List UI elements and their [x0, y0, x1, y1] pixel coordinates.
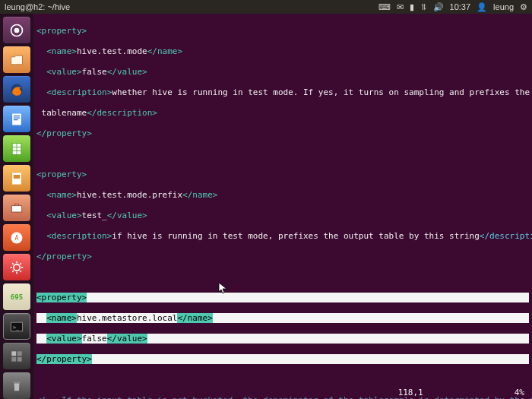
- software-icon[interactable]: [3, 195, 30, 221]
- clock-time[interactable]: 10:37: [450, 2, 471, 11]
- svg-point-1: [14, 27, 20, 33]
- svg-point-14: [14, 264, 20, 270]
- volume-icon[interactable]: 🔊: [433, 2, 444, 12]
- impress-icon[interactable]: [3, 165, 30, 192]
- vim-status-line: 118,1 4%: [33, 386, 532, 399]
- trash-icon[interactable]: [3, 372, 30, 399]
- unity-launcher[interactable]: A 695 >_: [0, 14, 33, 399]
- svg-rect-6: [14, 119, 18, 120]
- mouse-cursor-icon: [218, 282, 227, 294]
- svg-rect-5: [14, 117, 20, 118]
- visual-selection: <property>: [36, 293, 529, 303]
- svg-rect-4: [14, 116, 20, 116]
- svg-text:A: A: [14, 234, 18, 242]
- top-panel[interactable]: leung@h2: ~/hive ⌨ ✉ ▮ ⥮ 🔊 10:37 👤 leung…: [0, 0, 532, 14]
- message-counter-icon[interactable]: 695: [3, 283, 30, 310]
- writer-icon[interactable]: [3, 106, 30, 132]
- user-menu[interactable]: leung: [493, 2, 514, 11]
- svg-rect-20: [17, 356, 22, 361]
- settings-icon[interactable]: [3, 254, 30, 280]
- cursor-position: 118,1: [398, 388, 423, 397]
- calc-icon[interactable]: [3, 135, 30, 162]
- svg-text:>_: >_: [13, 324, 19, 330]
- dash-icon[interactable]: [3, 17, 30, 43]
- software-center-icon[interactable]: A: [3, 224, 30, 251]
- gear-icon[interactable]: ⚙: [520, 2, 527, 12]
- svg-rect-10: [14, 175, 20, 179]
- svg-rect-17: [11, 351, 16, 356]
- mail-icon[interactable]: ✉: [397, 2, 404, 12]
- window-title: leung@h2: ~/hive: [5, 2, 70, 11]
- battery-icon[interactable]: ▮: [410, 2, 414, 12]
- workspace-switcher-icon[interactable]: [3, 343, 30, 369]
- network-icon[interactable]: ⥮: [420, 2, 427, 12]
- home-folder-icon[interactable]: [3, 46, 30, 73]
- keyboard-icon[interactable]: ⌨: [378, 2, 391, 12]
- firefox-icon[interactable]: [3, 76, 30, 103]
- svg-rect-11: [11, 205, 21, 211]
- scroll-percent: 4%: [515, 388, 524, 397]
- svg-rect-21: [13, 382, 21, 383]
- terminal-icon[interactable]: >_: [3, 313, 30, 340]
- user-icon: 👤: [477, 2, 487, 12]
- svg-rect-19: [11, 356, 16, 361]
- svg-rect-18: [17, 351, 22, 356]
- vim-editor-area[interactable]: <property> <name>hive.test.mode</name> <…: [33, 14, 532, 386]
